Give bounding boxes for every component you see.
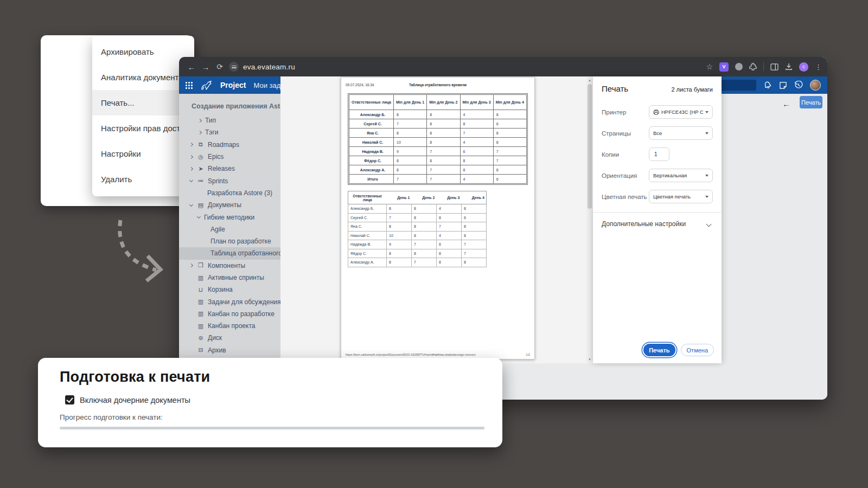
orientation-value: Вертикальная [653, 172, 703, 178]
site-info-icon[interactable] [229, 62, 239, 72]
value-cell: 8 [387, 204, 412, 214]
sidebar-item[interactable]: Тип [179, 114, 280, 126]
sidebar-item[interactable]: ▥Активные спринты [179, 272, 280, 284]
sidebar-item[interactable]: Разработка Astore (3) [179, 187, 280, 199]
value-cell: 10 [394, 138, 427, 147]
sidebar-item[interactable]: ≔Sprints [179, 175, 280, 187]
downloads-icon[interactable] [785, 63, 793, 70]
advanced-settings-row[interactable]: Дополнительные настройки [602, 220, 713, 228]
sidebar-item[interactable]: План по разработке [179, 235, 280, 247]
value-cell: 8 [412, 231, 437, 240]
chevron-right-icon[interactable] [189, 155, 193, 158]
value-cell: 8 [394, 110, 427, 119]
value-cell: 8 [437, 258, 462, 267]
app-launcher-grid-icon[interactable] [186, 82, 193, 89]
chevron-right-icon[interactable] [189, 143, 193, 146]
sidebar-item[interactable]: ⧉Roadmaps [179, 139, 280, 151]
sidebar-item[interactable]: ▥Канбан проекта [179, 320, 280, 332]
side-panel-icon[interactable] [770, 63, 778, 70]
toolbar-divider [763, 62, 764, 71]
address-bar-url[interactable]: eva.evateam.ru [243, 63, 295, 71]
chevron-right-icon[interactable] [198, 131, 202, 134]
value-cell: 7 [387, 213, 412, 222]
include-children-checkbox[interactable] [65, 395, 74, 404]
sidebar-item[interactable]: Таблица отработанного времени [179, 247, 280, 259]
preview-scrollbar[interactable]: ▲ ▼ [586, 76, 593, 363]
user-avatar[interactable] [810, 80, 821, 91]
person-name-cell: Фёдор С. [349, 156, 394, 165]
progress-label: Прогресс подготовки к печати: [60, 413, 502, 421]
browser-back-icon[interactable]: ← [184, 62, 199, 72]
table-row: Яна С.8878 [348, 222, 487, 232]
dialog-print-button[interactable]: Печать [643, 344, 675, 356]
scroll-down-icon[interactable]: ▼ [586, 358, 593, 361]
value-cell: 8 [387, 258, 412, 267]
column-header: Min для День 4 [493, 95, 526, 110]
value-cell: 7 [394, 119, 427, 129]
orientation-select[interactable]: Вертикальная [649, 169, 713, 182]
sidebar-project-title[interactable]: Создание приложения Astore [179, 100, 280, 114]
chevron-down-icon[interactable] [189, 203, 193, 207]
sidebar-item[interactable]: ▥Задачи для обсуждения [179, 296, 280, 307]
copies-input[interactable]: 1 [649, 147, 669, 161]
chevron-right-icon[interactable] [189, 167, 193, 171]
sidebar-item-label: Корзина [208, 286, 233, 293]
pages-select[interactable]: Все [649, 126, 713, 140]
value-cell: 8 [412, 222, 437, 232]
browser-forward-icon[interactable]: → [199, 62, 213, 72]
value-cell: 7 [394, 175, 427, 184]
sidebar-item[interactable]: Agile [179, 223, 280, 235]
sidebar-item[interactable]: ❒Компоненты [179, 260, 280, 272]
value-cell: 8 [387, 222, 412, 232]
sidebar-item[interactable]: Гибкие методики [179, 211, 280, 223]
color-print-select[interactable]: Цветная печать [649, 190, 713, 203]
notifications-bell-icon[interactable] [763, 81, 772, 89]
scrollbar-thumb[interactable] [588, 84, 592, 209]
sidebar-item[interactable]: ◎Epics [179, 151, 280, 163]
person-name-cell: Александр Б. [348, 204, 387, 214]
chevron-right-icon[interactable] [198, 119, 202, 123]
value-cell: 4 [460, 110, 493, 119]
extension-v-icon[interactable]: V [719, 62, 729, 72]
table-row: Фёдор С.8887 [349, 156, 527, 165]
extension-globe-icon[interactable] [735, 63, 743, 70]
trash-icon: ⊔ [196, 286, 205, 293]
dialog-cancel-button[interactable]: Отмена [681, 344, 714, 356]
chevron-down-icon[interactable] [197, 215, 201, 219]
history-icon[interactable] [794, 81, 803, 89]
printer-select[interactable]: HPFCE43C (HP Color Las [649, 105, 713, 119]
value-cell: 9 [387, 240, 412, 249]
table-row: Сергей С.7886 [348, 213, 487, 222]
value-cell: 9 [394, 147, 427, 156]
app-product-name[interactable]: Project [220, 81, 246, 89]
value-cell: 8 [387, 249, 412, 258]
sidebar-item[interactable]: ▥Канбан по разработке [179, 308, 280, 320]
sidebar-item[interactable]: ⊔Корзина [179, 284, 280, 296]
sidebar-item[interactable]: ⊜Диск [179, 332, 280, 344]
chevron-down-icon[interactable] [189, 178, 193, 182]
value-cell: 6 [493, 175, 526, 184]
value-cell: 8 [394, 129, 427, 138]
sidebar-item[interactable]: ➤Releases [179, 163, 280, 175]
chevron-right-icon[interactable] [189, 264, 193, 267]
page-back-arrow-icon[interactable]: ← [782, 99, 790, 108]
sidebar-item-label: Задачи для обсуждения [208, 298, 280, 306]
extensions-puzzle-icon[interactable] [749, 63, 757, 70]
value-cell: 7 [427, 147, 460, 156]
notes-icon[interactable] [779, 81, 787, 89]
archive-icon: ⊟ [196, 346, 205, 354]
copies-label: Копии [602, 151, 619, 158]
person-name-cell: Александр А. [348, 258, 387, 267]
scroll-up-icon[interactable]: ▲ [586, 79, 593, 82]
value-cell: 6 [462, 213, 487, 222]
browser-profile-avatar[interactable]: c [799, 62, 808, 72]
value-cell: 8 [412, 204, 437, 214]
browser-menu-kebab-icon[interactable]: ⋮ [815, 63, 822, 71]
sidebar-item[interactable]: ⊟Архив [179, 344, 280, 356]
browser-reload-icon[interactable]: ⟳ [213, 62, 227, 71]
evateam-dino-logo[interactable] [200, 80, 213, 91]
sidebar-item[interactable]: Тэги [179, 126, 280, 138]
sidebar-item[interactable]: ▤Документы [179, 199, 280, 211]
bookmark-star-icon[interactable]: ☆ [706, 62, 713, 71]
page-print-button[interactable]: Печать [800, 96, 822, 108]
